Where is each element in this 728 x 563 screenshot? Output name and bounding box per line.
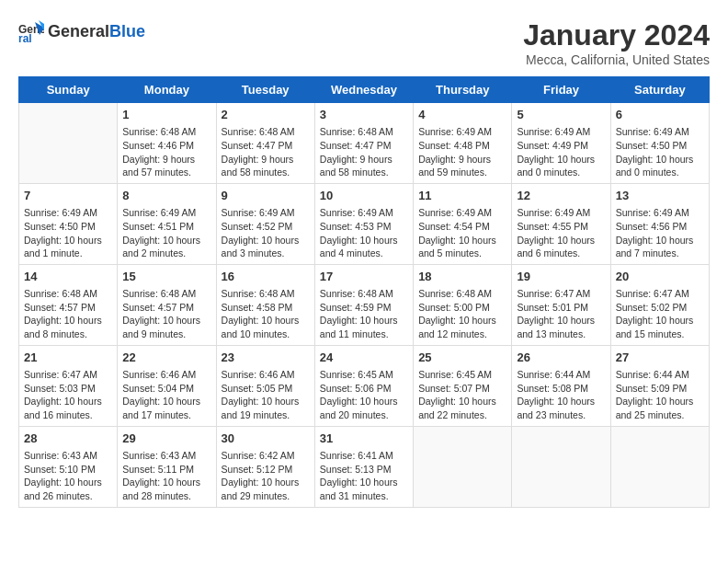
day-info-line: Sunset: 4:47 PM <box>222 139 310 153</box>
day-number: 11 <box>418 188 506 204</box>
day-info-line: Sunset: 4:47 PM <box>320 139 408 153</box>
day-info-line: Sunrise: 6:48 AM <box>418 287 506 301</box>
day-info-line: and 2 minutes. <box>122 247 210 260</box>
day-info-line: Sunrise: 6:45 AM <box>418 368 506 382</box>
day-info-line: Sunrise: 6:48 AM <box>24 287 112 301</box>
day-info-line: Daylight: 10 hours <box>122 314 210 327</box>
day-info-line: Sunrise: 6:47 AM <box>517 287 605 301</box>
day-number: 31 <box>320 431 408 447</box>
day-info-line: Sunrise: 6:45 AM <box>320 368 408 382</box>
day-info-line: Sunrise: 6:46 AM <box>122 368 210 382</box>
calendar-cell: 5Sunrise: 6:49 AMSunset: 4:49 PMDaylight… <box>512 103 610 184</box>
calendar-cell <box>512 426 610 507</box>
day-info-line: Sunrise: 6:48 AM <box>222 125 310 139</box>
day-info-line: and 0 minutes. <box>517 166 605 179</box>
day-info-line: and 4 minutes. <box>320 247 408 260</box>
day-info-line: Sunset: 4:57 PM <box>24 301 112 315</box>
day-info-line: Sunrise: 6:49 AM <box>418 125 506 139</box>
day-info-line: Sunset: 5:03 PM <box>24 382 112 396</box>
svg-text:ral: ral <box>18 32 32 44</box>
day-info-line: Sunset: 5:01 PM <box>517 301 605 315</box>
day-number: 7 <box>24 188 112 204</box>
day-info-line: Sunrise: 6:48 AM <box>320 287 408 301</box>
day-info-line: and 59 minutes. <box>418 166 506 179</box>
day-info-line: and 28 minutes. <box>122 489 210 503</box>
day-info-line: Sunset: 4:51 PM <box>122 220 210 234</box>
day-info-line: and 20 minutes. <box>320 408 408 422</box>
day-info-line: Sunrise: 6:48 AM <box>222 287 310 301</box>
day-number: 28 <box>24 431 112 447</box>
day-info-line: Daylight: 9 hours <box>320 153 408 167</box>
calendar-subtitle: Mecca, California, United States <box>523 52 710 67</box>
day-info-line: Sunrise: 6:46 AM <box>222 368 310 382</box>
day-info-line: Daylight: 10 hours <box>517 395 605 408</box>
day-info-line: Sunrise: 6:48 AM <box>320 125 408 139</box>
day-info-line: Sunrise: 6:49 AM <box>616 206 704 220</box>
day-number: 27 <box>616 350 704 366</box>
day-info-line: Daylight: 9 hours <box>418 153 506 167</box>
day-info-line: Daylight: 10 hours <box>24 234 112 247</box>
day-info-line: and 12 minutes. <box>418 327 506 341</box>
day-info-line: and 0 minutes. <box>616 166 704 179</box>
day-number: 13 <box>616 188 704 204</box>
day-number: 17 <box>320 269 408 285</box>
day-info-line: and 31 minutes. <box>320 489 408 503</box>
day-info-line: Sunset: 5:13 PM <box>320 463 408 477</box>
day-info-line: and 13 minutes. <box>517 327 605 341</box>
day-number: 10 <box>320 188 408 204</box>
calendar-cell: 2Sunrise: 6:48 AMSunset: 4:47 PMDaylight… <box>216 103 314 184</box>
calendar-cell: 29Sunrise: 6:43 AMSunset: 5:11 PMDayligh… <box>118 426 216 507</box>
day-info-line: and 23 minutes. <box>517 408 605 422</box>
calendar-table: Sunday Monday Tuesday Wednesday Thursday… <box>18 76 710 508</box>
day-info-line: Daylight: 10 hours <box>24 395 112 408</box>
day-number: 23 <box>222 350 310 366</box>
day-info-line: Sunset: 4:50 PM <box>616 139 704 153</box>
calendar-cell: 27Sunrise: 6:44 AMSunset: 5:09 PMDayligh… <box>610 345 709 426</box>
day-number: 25 <box>418 350 506 366</box>
day-info-line: and 57 minutes. <box>122 166 210 179</box>
day-number: 9 <box>222 188 310 204</box>
header-wednesday: Wednesday <box>314 77 413 103</box>
day-info-line: Daylight: 10 hours <box>24 476 112 489</box>
day-info-line: Sunrise: 6:49 AM <box>517 125 605 139</box>
day-info-line: and 10 minutes. <box>222 327 310 341</box>
day-info-line: and 6 minutes. <box>517 247 605 260</box>
header-monday: Monday <box>118 77 216 103</box>
day-info-line: and 26 minutes. <box>24 489 112 503</box>
day-info-line: Sunrise: 6:49 AM <box>222 206 310 220</box>
calendar-cell: 15Sunrise: 6:48 AMSunset: 4:57 PMDayligh… <box>118 264 216 345</box>
calendar-week-row: 1Sunrise: 6:48 AMSunset: 4:46 PMDaylight… <box>19 103 710 184</box>
day-info-line: Daylight: 10 hours <box>320 234 408 247</box>
day-number: 21 <box>24 350 112 366</box>
day-info-line: and 8 minutes. <box>24 327 112 341</box>
day-info-line: Sunrise: 6:48 AM <box>122 287 210 301</box>
day-number: 15 <box>122 269 210 285</box>
day-info-line: Daylight: 10 hours <box>122 234 210 247</box>
day-info-line: Sunset: 5:02 PM <box>616 301 704 315</box>
day-info-line: and 7 minutes. <box>616 247 704 260</box>
calendar-header-row: Sunday Monday Tuesday Wednesday Thursday… <box>19 77 710 103</box>
calendar-cell: 8Sunrise: 6:49 AMSunset: 4:51 PMDaylight… <box>118 183 216 264</box>
day-info-line: Sunset: 5:12 PM <box>222 463 310 477</box>
day-info-line: Sunset: 5:06 PM <box>320 382 408 396</box>
calendar-week-row: 28Sunrise: 6:43 AMSunset: 5:10 PMDayligh… <box>19 426 710 507</box>
calendar-cell: 13Sunrise: 6:49 AMSunset: 4:56 PMDayligh… <box>610 183 709 264</box>
calendar-week-row: 21Sunrise: 6:47 AMSunset: 5:03 PMDayligh… <box>19 345 710 426</box>
calendar-cell: 22Sunrise: 6:46 AMSunset: 5:04 PMDayligh… <box>118 345 216 426</box>
calendar-cell: 17Sunrise: 6:48 AMSunset: 4:59 PMDayligh… <box>314 264 413 345</box>
calendar-cell: 30Sunrise: 6:42 AMSunset: 5:12 PMDayligh… <box>216 426 314 507</box>
logo-icon: Gene ral <box>18 18 44 44</box>
logo: Gene ral GeneralBlue <box>18 18 145 44</box>
day-info-line: Sunset: 4:56 PM <box>616 220 704 234</box>
day-info-line: and 17 minutes. <box>122 408 210 422</box>
day-info-line: Sunrise: 6:49 AM <box>320 206 408 220</box>
day-info-line: and 9 minutes. <box>122 327 210 341</box>
day-number: 1 <box>122 107 210 123</box>
header-sunday: Sunday <box>19 77 118 103</box>
day-info-line: Sunset: 5:05 PM <box>222 382 310 396</box>
calendar-cell: 25Sunrise: 6:45 AMSunset: 5:07 PMDayligh… <box>414 345 512 426</box>
day-number: 14 <box>24 269 112 285</box>
day-info-line: and 5 minutes. <box>418 247 506 260</box>
day-info-line: Daylight: 10 hours <box>222 476 310 489</box>
day-info-line: Sunset: 4:58 PM <box>222 301 310 315</box>
